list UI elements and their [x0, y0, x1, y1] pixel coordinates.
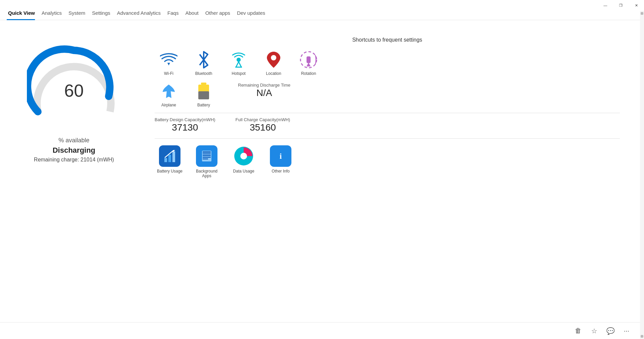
nav-advanced-analytics[interactable]: Advanced Analytics — [116, 10, 166, 20]
battery-gauge: 60 — [27, 40, 121, 134]
bottom-toolbar: 🗑 ☆ 💬 ··· — [0, 322, 640, 339]
shortcut-location[interactable]: Location — [259, 50, 288, 76]
design-capacity: Battery Design Capacity(mWH) 37130 — [155, 117, 215, 133]
shortcut-bluetooth[interactable]: Bluetooth — [190, 50, 218, 76]
battery-usage-icon — [159, 145, 180, 167]
background-apps-label: Background Apps — [192, 169, 222, 178]
close-button[interactable]: ✕ — [629, 0, 644, 11]
nav-analytics[interactable]: Analytics — [40, 10, 67, 20]
full-capacity-label: Full Charge Capacity(mWH) — [236, 117, 290, 122]
shortcut-bluetooth-label: Bluetooth — [195, 71, 212, 76]
shortcut-hotspot-label: Hotspot — [232, 71, 245, 76]
svg-line-3 — [239, 62, 241, 67]
shortcuts-row-1: Wi-Fi Bluetooth — [155, 50, 620, 76]
gauge-section: 60 % available Discharging Remaining cha… — [20, 34, 128, 178]
nav-dev-updates[interactable]: Dev updates — [236, 10, 271, 20]
svg-rect-11 — [198, 91, 209, 99]
scroll-up-arrow[interactable] — [641, 12, 643, 15]
shortcut-wifi[interactable]: Wi-Fi — [155, 50, 183, 76]
nav-faqs[interactable]: Faqs — [166, 10, 184, 20]
shortcuts-row-2: Airplane Battery — [155, 81, 218, 107]
more-button[interactable]: ··· — [620, 324, 633, 338]
location-icon — [264, 50, 284, 70]
scrollbar-right[interactable] — [640, 11, 644, 339]
wifi-icon — [159, 50, 179, 70]
shortcut-wifi-label: Wi-Fi — [164, 71, 173, 76]
share-button[interactable]: 🗑 — [571, 324, 585, 338]
svg-rect-7 — [307, 56, 311, 63]
bottom-icons-row: Battery Usage Background Apps — [155, 145, 620, 178]
nav-bar: Quick View Analytics System Settings Adv… — [0, 0, 640, 20]
shortcut-location-label: Location — [266, 71, 281, 76]
svg-rect-21 — [203, 158, 208, 159]
bluetooth-icon — [194, 50, 214, 70]
gauge-percent-value: 60 — [64, 82, 84, 99]
gauge-status: Discharging — [52, 146, 95, 155]
minimize-button[interactable]: — — [598, 0, 613, 11]
airplane-icon — [159, 81, 179, 101]
nav-settings[interactable]: Settings — [91, 10, 116, 20]
shortcut-rotation[interactable]: Rotation — [294, 50, 323, 76]
svg-text:i: i — [280, 152, 282, 160]
shortcut-hotspot[interactable]: Hotspot — [225, 50, 253, 76]
nav-other-apps[interactable]: Other apps — [204, 10, 236, 20]
star-button[interactable]: ☆ — [588, 324, 601, 338]
shortcut-airplane-label: Airplane — [161, 103, 176, 107]
data-usage-label: Data Usage — [233, 169, 254, 174]
chat-button[interactable]: 💬 — [604, 324, 617, 338]
capacity-row: Battery Design Capacity(mWH) 37130 Full … — [155, 117, 620, 139]
restore-button[interactable]: ❐ — [613, 0, 629, 11]
svg-rect-18 — [203, 153, 211, 154]
discharge-time-label: Remaining Discharge Time — [238, 83, 290, 88]
svg-point-5 — [271, 55, 276, 60]
nav-quick-view[interactable]: Quick View — [7, 10, 40, 20]
svg-rect-17 — [203, 151, 211, 153]
other-info-icon-item[interactable]: i Other Info — [266, 145, 296, 178]
info-section: Shortcuts to frequent settings Wi-Fi — [155, 34, 620, 178]
svg-rect-13 — [168, 155, 171, 162]
shortcut-airplane[interactable]: Airplane — [155, 81, 183, 107]
other-info-icon: i — [270, 145, 291, 167]
data-usage-icon — [233, 145, 254, 167]
design-capacity-value: 37130 — [155, 122, 215, 133]
svg-point-23 — [240, 153, 247, 159]
shortcuts-title: Shortcuts to frequent settings — [155, 37, 620, 43]
titlebar: — ❐ ✕ — [598, 0, 644, 11]
shortcut-battery-label: Battery — [197, 103, 210, 107]
divider-1 — [155, 113, 620, 113]
other-info-label: Other Info — [272, 169, 289, 174]
background-apps-icon — [196, 145, 217, 167]
svg-marker-8 — [307, 62, 311, 66]
svg-line-2 — [236, 62, 239, 67]
battery-shortcut-icon — [194, 81, 214, 101]
hotspot-icon — [229, 50, 249, 70]
gauge-remaining-charge: Remaining charge: 21014 (mWH) — [34, 157, 114, 163]
battery-usage-label: Battery Usage — [157, 169, 183, 174]
svg-rect-19 — [203, 155, 211, 156]
gauge-center: 60 — [64, 82, 84, 99]
scroll-down-arrow[interactable] — [641, 335, 643, 338]
full-capacity-value: 35160 — [236, 122, 290, 133]
svg-rect-9 — [201, 83, 206, 85]
nav-about[interactable]: About — [184, 10, 204, 20]
svg-rect-12 — [164, 158, 167, 162]
shortcut-rotation-label: Rotation — [301, 71, 316, 76]
gauge-available-label: % available — [58, 137, 89, 144]
data-usage-icon-item[interactable]: Data Usage — [229, 145, 259, 178]
main-content: 60 % available Discharging Remaining cha… — [0, 20, 640, 192]
rotation-icon — [298, 50, 319, 70]
shortcut-battery[interactable]: Battery — [190, 81, 218, 107]
design-capacity-label: Battery Design Capacity(mWH) — [155, 117, 215, 122]
discharge-time-section: Remaining Discharge Time N/A — [238, 81, 290, 98]
full-capacity: Full Charge Capacity(mWH) 35160 — [236, 117, 290, 133]
nav-system[interactable]: System — [67, 10, 91, 20]
discharge-time-value: N/A — [238, 88, 290, 98]
battery-usage-icon-item[interactable]: Battery Usage — [155, 145, 185, 178]
svg-rect-20 — [203, 157, 211, 158]
background-apps-icon-item[interactable]: Background Apps — [192, 145, 222, 178]
svg-point-1 — [237, 58, 241, 62]
svg-rect-14 — [172, 151, 175, 162]
